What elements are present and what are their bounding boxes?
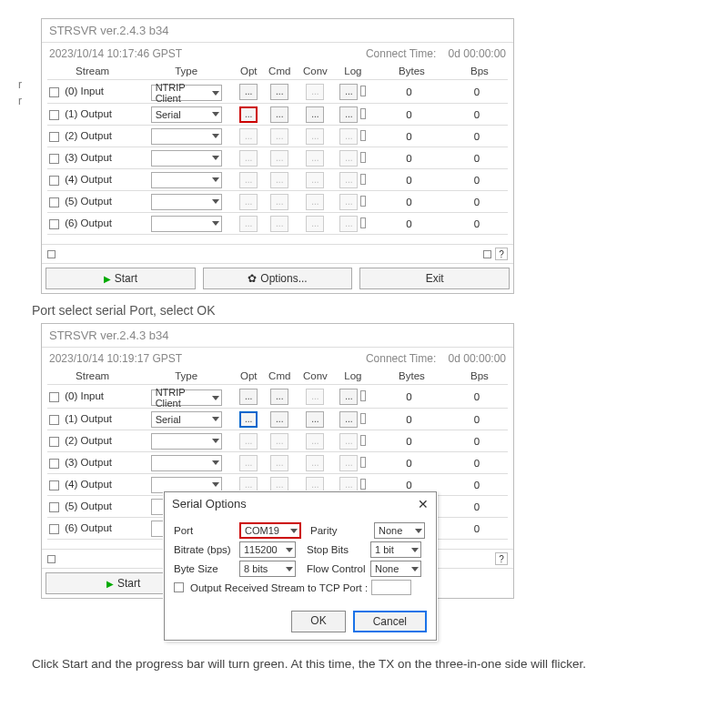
type-combo[interactable] (151, 455, 222, 471)
strsvr-window-1: STRSVR ver.2.4.3 b34 2023/10/14 10:17:46… (41, 18, 514, 294)
cmd-button: ... (270, 433, 288, 450)
conv-button[interactable]: ... (306, 411, 324, 428)
streams-table: Stream Type Opt Cmd Conv Log Bytes Bps (… (47, 63, 508, 235)
stream-checkbox[interactable] (49, 392, 59, 402)
chevron-down-icon (212, 482, 219, 487)
chevron-down-icon (212, 221, 219, 226)
bytes-value: 0 (372, 147, 451, 169)
ok-button[interactable]: OK (291, 611, 345, 632)
col-type: Type (137, 63, 235, 80)
stream-checkbox[interactable] (49, 154, 59, 164)
cmd-button: ... (270, 455, 288, 471)
cmd-button[interactable]: ... (270, 411, 288, 428)
bps-value: 0 (451, 409, 508, 430)
tcp-checkbox[interactable] (174, 582, 184, 592)
type-combo[interactable] (151, 477, 222, 493)
port-combo[interactable]: COM19 (239, 522, 301, 539)
table-row: (3) Output ............00 (47, 452, 508, 474)
stream-checkbox[interactable] (49, 502, 59, 512)
chevron-down-icon (212, 460, 219, 465)
col-stream: Stream (47, 368, 137, 385)
chevron-down-icon (212, 134, 219, 138)
conv-button: ... (306, 128, 324, 145)
tray-icon[interactable] (483, 250, 491, 258)
table-row: (3) Output ............00 (47, 147, 508, 169)
stream-checkbox[interactable] (49, 87, 59, 97)
bps-value: 0 (451, 213, 508, 235)
chevron-down-icon (212, 199, 219, 204)
opt-button[interactable]: ... (239, 106, 258, 123)
log-button[interactable]: ... (339, 389, 358, 405)
stream-checkbox[interactable] (49, 524, 59, 534)
stream-checkbox[interactable] (49, 176, 59, 186)
cancel-button[interactable]: Cancel (353, 611, 427, 632)
connect-time: 0d 00:00:00 (449, 47, 506, 60)
type-combo[interactable]: Serial (151, 411, 222, 428)
flow-combo[interactable]: None (370, 561, 421, 577)
type-combo[interactable] (151, 150, 222, 167)
table-row: (1) OutputSerial............00 (47, 409, 508, 430)
bytes-value: 0 (372, 104, 451, 126)
opt-button[interactable]: ... (239, 389, 258, 405)
type-combo[interactable] (151, 433, 222, 450)
type-combo[interactable] (151, 216, 222, 232)
stream-checkbox[interactable] (49, 197, 59, 207)
tcp-port-input[interactable] (371, 580, 411, 595)
conv-button[interactable]: ... (306, 106, 324, 123)
log-indicator (360, 457, 366, 468)
exit-button[interactable]: Exit (359, 268, 510, 289)
connect-time: 0d 00:00:00 (449, 352, 506, 365)
log-button[interactable]: ... (339, 411, 358, 428)
bitrate-combo[interactable]: 115200 (239, 541, 296, 558)
bps-value: 0 (451, 147, 508, 169)
cmd-button[interactable]: ... (270, 106, 288, 123)
col-opt: Opt (235, 368, 262, 385)
type-combo[interactable] (151, 128, 222, 145)
parity-combo[interactable]: None (374, 522, 425, 539)
start-button[interactable]: ▶Start (46, 268, 196, 289)
log-button[interactable]: ... (339, 106, 358, 123)
stopbits-combo[interactable]: 1 bit (370, 541, 421, 558)
stream-checkbox[interactable] (49, 459, 59, 469)
log-indicator (360, 108, 366, 119)
bytes-value: 0 (372, 452, 451, 474)
serial-options-dialog: Serial Options ✕ Port COM19 Parity None … (164, 491, 437, 641)
bytesize-combo[interactable]: 8 bits (239, 561, 296, 577)
col-log: Log (334, 368, 372, 385)
bytes-value: 0 (372, 430, 451, 452)
chevron-down-icon (212, 439, 219, 443)
opt-button: ... (239, 172, 258, 188)
log-button[interactable]: ... (339, 84, 358, 100)
type-combo[interactable] (151, 194, 222, 210)
stream-checkbox[interactable] (49, 437, 59, 447)
table-row: (0) InputNTRIP Client............00 (47, 385, 508, 409)
type-combo[interactable]: NTRIP Client (151, 85, 222, 101)
cmd-button[interactable]: ... (270, 389, 288, 405)
opt-button: ... (239, 194, 258, 210)
stream-checkbox[interactable] (49, 415, 59, 425)
bps-value: 0 (451, 452, 508, 474)
log-indicator (360, 217, 366, 228)
stream-checkbox[interactable] (49, 219, 59, 229)
footer-row: ? (42, 244, 513, 263)
options-button[interactable]: ✿Options... (203, 268, 353, 289)
stream-checkbox[interactable] (49, 480, 59, 490)
type-combo[interactable] (151, 172, 222, 188)
log-indicator (360, 390, 366, 401)
cmd-button[interactable]: ... (270, 84, 288, 100)
log-indicator (360, 196, 366, 207)
col-bytes: Bytes (372, 63, 451, 80)
log-button: ... (339, 150, 358, 167)
stream-checkbox[interactable] (49, 132, 59, 142)
help-button[interactable]: ? (495, 552, 508, 565)
opt-button[interactable]: ... (239, 411, 258, 428)
type-combo[interactable]: NTRIP Client (151, 389, 222, 406)
type-combo[interactable]: Serial (151, 106, 222, 123)
dialog-title: Serial Options (172, 497, 247, 511)
table-row: (4) Output ............00 (47, 169, 508, 191)
chevron-down-icon (212, 417, 219, 421)
stream-checkbox[interactable] (49, 110, 59, 120)
opt-button[interactable]: ... (239, 84, 258, 100)
close-icon[interactable]: ✕ (418, 497, 429, 511)
help-button[interactable]: ? (495, 248, 508, 260)
